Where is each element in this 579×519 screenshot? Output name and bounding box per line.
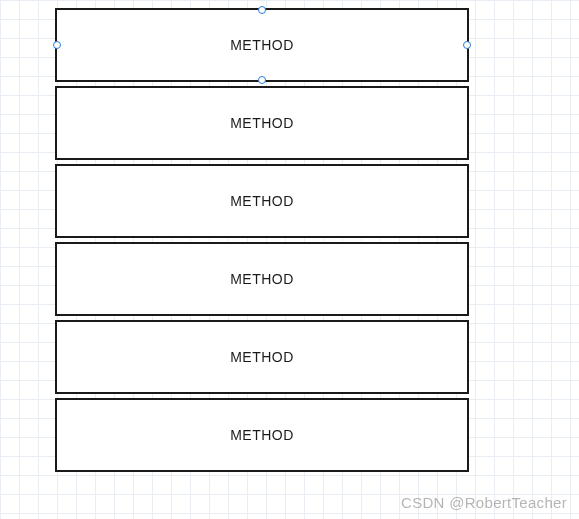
method-box[interactable]: METHOD xyxy=(55,320,469,394)
method-box[interactable]: METHOD xyxy=(55,398,469,472)
method-box[interactable]: METHOD xyxy=(55,86,469,160)
method-label: METHOD xyxy=(230,115,294,131)
method-box[interactable]: METHOD xyxy=(55,8,469,82)
selection-handle-bottom[interactable] xyxy=(258,76,266,84)
method-box[interactable]: METHOD xyxy=(55,164,469,238)
selection-handle-right[interactable] xyxy=(463,41,471,49)
watermark: CSDN @RobertTeacher xyxy=(401,494,567,511)
method-label: METHOD xyxy=(230,193,294,209)
selection-handle-left[interactable] xyxy=(53,41,61,49)
method-label: METHOD xyxy=(230,37,294,53)
method-box[interactable]: METHOD xyxy=(55,242,469,316)
method-label: METHOD xyxy=(230,427,294,443)
method-stack-diagram: METHOD METHOD METHOD METHOD METHOD METHO… xyxy=(55,8,469,476)
method-label: METHOD xyxy=(230,271,294,287)
selection-handle-top[interactable] xyxy=(258,6,266,14)
method-label: METHOD xyxy=(230,349,294,365)
